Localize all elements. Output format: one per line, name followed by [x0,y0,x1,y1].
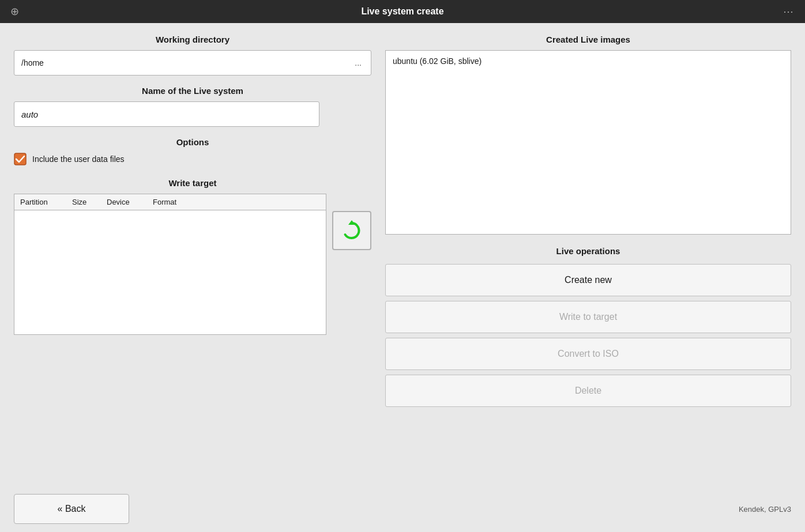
live-ops-title: Live operations [385,246,791,256]
live-ops-section: Live operations Create new Write to targ… [385,246,791,412]
options-title: Options [14,137,371,147]
col-device: Device [101,194,147,210]
working-dir-box: /home ... [14,50,371,76]
refresh-icon [340,219,363,242]
menu-dots-icon[interactable]: ⋯ [783,5,795,18]
live-name-title: Name of the Live system [14,86,371,96]
col-size: Size [66,194,101,210]
partition-table-wrapper: Partition Size Device Format [14,194,326,335]
write-target-title: Write target [14,178,371,188]
created-image-item[interactable]: ubuntu (6.02 GiB, sblive) [393,56,482,66]
main-content: Working directory /home ... Name of the … [0,23,805,488]
write-target-section: Write target Partition Size Device Forma… [14,178,371,482]
delete-button[interactable]: Delete [385,375,791,407]
working-dir-value: /home [21,58,352,67]
include-user-data-row: Include the user data files [14,153,371,165]
col-partition: Partition [14,194,66,210]
partition-table-body [14,210,326,334]
options-section: Options Include the user data files [14,137,371,165]
window-title: Live system create [361,6,443,17]
include-user-data-label: Include the user data files [32,154,125,164]
pin-icon: ⊕ [10,5,19,18]
create-new-button[interactable]: Create new [385,264,791,296]
created-images-section: Created Live images ubuntu (6.02 GiB, sb… [385,35,791,235]
titlebar: ⊕ Live system create ⋯ [0,0,805,23]
include-user-data-checkbox[interactable] [14,153,27,165]
left-panel: Working directory /home ... Name of the … [14,35,371,482]
partition-table-header: Partition Size Device Format [14,194,326,210]
footer-credit: Kendek, GPLv3 [739,505,791,514]
created-images-title: Created Live images [385,35,791,44]
right-panel: Created Live images ubuntu (6.02 GiB, sb… [385,35,791,482]
partition-table: Partition Size Device Format [14,194,326,335]
live-name-input[interactable] [14,101,319,127]
working-dir-title: Working directory [14,35,371,44]
refresh-button[interactable] [332,211,371,250]
browse-button[interactable]: ... [352,57,364,69]
convert-to-iso-button[interactable]: Convert to ISO [385,338,791,370]
live-name-section: Name of the Live system [14,86,371,127]
back-button[interactable]: « Back [14,494,129,524]
col-format: Format [147,194,326,210]
created-images-box: ubuntu (6.02 GiB, sblive) [385,50,791,235]
working-dir-section: Working directory /home ... [14,35,371,76]
write-to-target-button[interactable]: Write to target [385,301,791,333]
bottom-bar: « Back Kendek, GPLv3 [0,488,805,532]
